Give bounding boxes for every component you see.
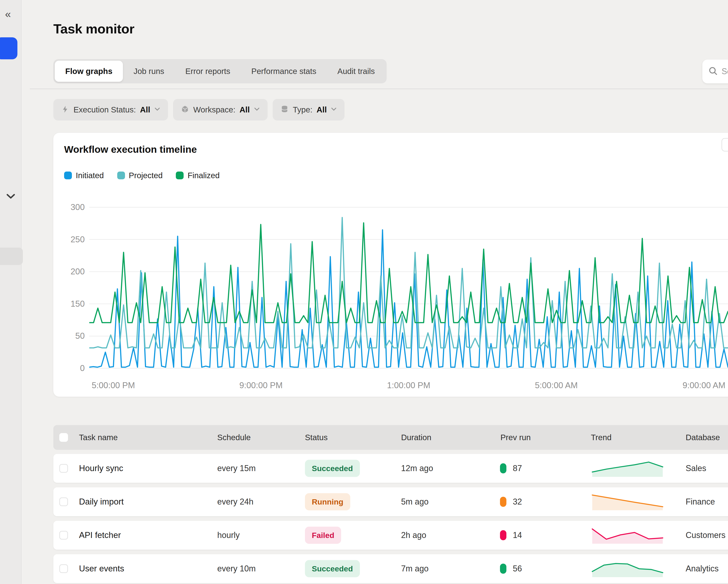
search-placeholder: Search — [722, 67, 728, 76]
database: Sales — [686, 463, 706, 473]
filter-execution-status[interactable]: Execution Status:All — [53, 99, 168, 121]
chevron-down-icon — [254, 107, 260, 112]
sidebar-item-active[interactable] — [0, 37, 18, 59]
task-name: API fetcher — [79, 530, 121, 540]
duration: 5m ago — [401, 497, 428, 507]
legend-swatch — [176, 172, 184, 179]
schedule: every 10m — [217, 564, 256, 574]
tab-job-runs[interactable]: Job runs — [123, 61, 175, 82]
sidebar: « — [0, 0, 22, 584]
task-name: Daily import — [79, 497, 124, 507]
package-icon — [181, 105, 189, 114]
prev-run-count: 56 — [513, 564, 522, 574]
task-name: Hourly sync — [79, 463, 123, 473]
chart-legend: InitiatedProjectedFinalized — [64, 171, 220, 180]
table-row-user-events[interactable]: User eventsevery 10mSucceeded7m ago56Ana… — [53, 554, 728, 583]
y-axis-tick: 250 — [53, 235, 85, 244]
x-axis-tick: 5:00:00 AM — [535, 381, 578, 390]
schedule: every 15m — [217, 463, 256, 473]
trend-sparkline — [591, 526, 664, 544]
lightning-icon — [61, 105, 69, 114]
row-checkbox[interactable] — [59, 464, 68, 473]
tab-bar: Flow graphsJob runsError reportsPerforma… — [53, 59, 387, 83]
chart-action-button[interactable] — [722, 138, 728, 151]
select-all-checkbox[interactable] — [59, 433, 68, 442]
legend-label: Initiated — [76, 171, 104, 180]
status-badge: Failed — [305, 527, 341, 544]
tab-audit-trails[interactable]: Audit trails — [327, 61, 385, 82]
status-badge: Running — [305, 493, 350, 510]
schedule: every 24h — [217, 497, 254, 507]
series-line-projected — [89, 218, 728, 348]
tab-flow-graphs[interactable]: Flow graphs — [55, 61, 123, 82]
filter-label: Type: — [293, 105, 312, 114]
table-header: Task nameScheduleStatusDurationPrev runT… — [53, 425, 728, 450]
prev-run-count: 14 — [513, 530, 522, 540]
search-input[interactable]: Search — [702, 59, 728, 83]
legend-label: Projected — [129, 171, 163, 180]
database: Finance — [686, 497, 715, 507]
table-row-api-fetcher[interactable]: API fetcherhourlyFailed2h ago14Customers — [53, 521, 728, 550]
x-axis-tick: 1:00:00 PM — [387, 381, 430, 390]
tab-performance-stats[interactable]: Performance stats — [241, 61, 327, 82]
legend-swatch — [64, 172, 72, 179]
prev-run-dot — [500, 463, 506, 474]
filter-value: All — [140, 105, 150, 114]
prev-run-dot — [500, 530, 506, 540]
duration: 12m ago — [401, 463, 433, 473]
column-header-duration[interactable]: Duration — [401, 433, 431, 442]
tab-error-reports[interactable]: Error reports — [175, 61, 241, 82]
row-checkbox[interactable] — [59, 498, 68, 506]
database: Analytics — [686, 564, 719, 574]
y-axis-tick: 300 — [53, 202, 85, 212]
status-badge: Succeeded — [305, 460, 360, 477]
sidebar-collapse-icon[interactable]: « — [5, 9, 11, 19]
column-header-trend[interactable]: Trend — [591, 433, 612, 442]
table-row-hourly-sync[interactable]: Hourly syncevery 15mSucceeded12m ago87Sa… — [53, 454, 728, 483]
column-header-database[interactable]: Database — [686, 433, 720, 442]
column-header-task-name[interactable]: Task name — [79, 433, 118, 442]
row-checkbox[interactable] — [59, 531, 68, 539]
database-icon — [281, 105, 289, 114]
series-line-finalized — [89, 223, 728, 323]
trend-sparkline — [591, 459, 664, 478]
series-line-initiated — [89, 230, 728, 367]
duration: 2h ago — [401, 530, 426, 540]
trend-sparkline — [591, 492, 664, 511]
trend-sparkline — [591, 559, 664, 578]
y-axis-tick: 50 — [53, 331, 85, 341]
legend-entry-finalized: Finalized — [176, 171, 219, 180]
column-header-prev-run[interactable]: Prev run — [500, 433, 531, 442]
table-row-daily-import[interactable]: Daily importevery 24hRunning5m ago32Fina… — [53, 487, 728, 516]
chevron-down-icon — [331, 107, 337, 112]
prev-run-dot — [500, 497, 506, 507]
filter-bar: Execution Status:AllWorkspace:AllType:Al… — [53, 99, 344, 121]
column-header-status[interactable]: Status — [305, 433, 328, 442]
x-axis-tick: 9:00:00 PM — [239, 381, 283, 390]
filter-value: All — [239, 105, 250, 114]
y-axis-tick: 200 — [53, 267, 85, 276]
filter-value: All — [317, 105, 327, 114]
legend-entry-projected: Projected — [117, 171, 163, 180]
header-divider — [30, 88, 728, 89]
x-axis-tick: 5:00:00 PM — [92, 381, 135, 390]
filter-type[interactable]: Type:All — [272, 99, 344, 121]
prev-run-dot — [500, 564, 506, 574]
y-axis-tick: 0 — [53, 363, 85, 373]
column-header-schedule[interactable]: Schedule — [217, 433, 251, 442]
filter-label: Workspace: — [193, 105, 235, 114]
filter-label: Execution Status: — [74, 105, 136, 114]
y-axis-tick: 150 — [53, 299, 85, 309]
sidebar-item[interactable] — [0, 248, 23, 265]
timeline-chart — [89, 204, 728, 373]
filter-workspace[interactable]: Workspace:All — [173, 99, 268, 121]
schedule: hourly — [217, 530, 240, 540]
row-checkbox[interactable] — [59, 564, 68, 573]
prev-run-count: 87 — [513, 463, 522, 473]
database: Customers — [686, 530, 726, 540]
status-badge: Succeeded — [305, 560, 360, 577]
page-title: Task monitor — [53, 21, 134, 36]
legend-label: Finalized — [187, 171, 219, 180]
chevron-down-icon — [154, 107, 160, 112]
chevron-down-icon[interactable] — [5, 193, 16, 201]
